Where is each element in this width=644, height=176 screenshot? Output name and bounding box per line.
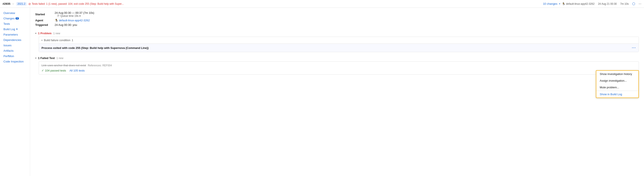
status-error: ⊘ Tests failed: 1 (1 new), passed: 104; … xyxy=(28,2,541,6)
sidebar-label-changes: Changes xyxy=(4,17,14,20)
passed-count: 104 passed tests xyxy=(45,69,66,72)
download-icon[interactable]: ⬇ xyxy=(16,28,18,31)
problems-badge-new: 1 new xyxy=(53,32,60,35)
agent-link[interactable]: default-linux-app42-3262 xyxy=(59,19,90,22)
layers-icon[interactable]: ⬡ xyxy=(632,2,635,6)
failed-test-container: Link uses anchor that does not exist Ref… xyxy=(39,61,639,74)
failed-test-item: Link uses anchor that does not exist Ref… xyxy=(42,64,636,67)
agent-name: default-linux-app42-3262 xyxy=(566,2,594,5)
started-value: 24 Aug 00:30 — 00:37 (7m 10s) ⏱ Queue ti… xyxy=(54,11,94,18)
subsection-count: 1 xyxy=(72,39,73,42)
sidebar-label-code-inspection: Code Inspection xyxy=(4,60,24,63)
failed-test-name[interactable]: Link uses anchor that does not exist xyxy=(42,64,86,67)
build-timestamp: 24 Aug 21 00:30 xyxy=(598,2,617,5)
status-text: Tests failed: 1 (1 new), passed: 104; ex… xyxy=(32,2,124,5)
started-label: Started xyxy=(35,13,54,16)
sidebar: Overview Changes 8 Tests Build Log ⬇ Par… xyxy=(0,8,30,176)
sidebar-item-dependencies[interactable]: Dependencies xyxy=(0,37,30,43)
problem-more-button[interactable]: ··· xyxy=(632,46,636,50)
all-tests-link[interactable]: All 105 tests xyxy=(70,69,85,72)
passed-tests: ✓ 104 passed tests xyxy=(42,69,66,72)
problems-section-header[interactable]: ▾ 1 Problem 1 new xyxy=(35,32,639,35)
sidebar-item-parameters[interactable]: Parameters xyxy=(0,32,30,37)
top-bar: #2935 ☆ 2021.2 ⊘ Tests failed: 1 (1 new)… xyxy=(0,0,644,8)
queue-time: Queue time 19s xyxy=(60,15,79,18)
context-menu-item-mute-problem[interactable]: Mute problem... xyxy=(596,84,638,91)
build-info: Started 24 Aug 00:30 — 00:37 (7m 10s) ⏱ … xyxy=(35,11,639,27)
assign-investigation-label: Assign investigation... xyxy=(600,79,627,82)
subsection-collapse-icon[interactable]: ▾ xyxy=(42,39,42,41)
build-number: 2021.2 xyxy=(16,2,27,6)
problems-section: ▾ 1 Problem 1 new ▾ Build failure condit… xyxy=(35,32,639,52)
agent-info: 🐧 default-linux-app42-3262 xyxy=(562,2,594,5)
sidebar-item-tests[interactable]: Tests xyxy=(0,21,30,27)
error-icon: ⊘ xyxy=(28,2,31,6)
sidebar-label-parameters: Parameters xyxy=(4,33,18,36)
queue-info: ⏱ Queue time 19s ▾ xyxy=(54,15,94,18)
main-layout: Overview Changes 8 Tests Build Log ⬇ Par… xyxy=(0,8,644,176)
subsection-title: Build failure condition xyxy=(44,39,70,42)
sidebar-item-build-log[interactable]: Build Log ⬇ xyxy=(0,27,30,32)
sidebar-label-build-log: Build Log xyxy=(4,28,15,31)
sidebar-item-issues[interactable]: Issues xyxy=(0,43,30,48)
context-menu: Show investigation history Assign invest… xyxy=(596,70,639,98)
sidebar-label-dependencies: Dependencies xyxy=(4,38,21,42)
test-stats: ✓ 104 passed tests All 105 tests xyxy=(42,69,636,72)
triggered-row: Triggered 24 Aug 00:30: you xyxy=(35,23,639,27)
started-time: 24 Aug 00:30 — 00:37 (7m 10s) xyxy=(54,11,94,15)
context-menu-item-investigation-history[interactable]: Show investigation history xyxy=(596,71,638,77)
chevron-down-icon[interactable]: ▾ xyxy=(559,3,560,5)
problem-item: Process exited with code 255 (Step: Buil… xyxy=(39,44,639,52)
main-content: Started 24 Aug 00:30 — 00:37 (7m 10s) ⏱ … xyxy=(30,8,644,176)
triggered-value: 24 Aug 00:30: you xyxy=(54,23,77,27)
triggered-label: Triggered xyxy=(35,23,54,27)
changes-badge: 8 xyxy=(16,17,19,20)
sidebar-label-issues: Issues xyxy=(4,44,12,47)
failed-tests-section-header[interactable]: ▾ 1 Failed Test 1 new xyxy=(35,56,639,60)
investigation-history-label: Show investigation history xyxy=(600,72,632,76)
build-duration: 7m 10s xyxy=(620,2,628,5)
show-in-build-log-button[interactable]: Show in Build Log xyxy=(596,91,638,98)
changes-link[interactable]: 10 changes xyxy=(543,2,557,5)
problem-container: ▾ Build failure condition 1 Process exit… xyxy=(39,37,639,52)
agent-icon: 🐧 xyxy=(562,2,565,5)
failed-tests-section: ▾ 1 Failed Test 1 new Link uses anchor t… xyxy=(35,56,639,74)
sidebar-item-artifacts[interactable]: Artifacts xyxy=(0,48,30,53)
failed-tests-badge-new: 1 new xyxy=(56,57,64,60)
sidebar-item-perfmon[interactable]: PerfMon xyxy=(0,53,30,59)
checkmark-icon: ✓ xyxy=(42,69,44,72)
failed-test-ref: References: REF004 xyxy=(88,64,112,67)
problems-title: 1 Problem xyxy=(38,32,52,35)
problem-subsection-header[interactable]: ▾ Build failure condition 1 xyxy=(39,37,639,44)
sidebar-item-overview[interactable]: Overview xyxy=(0,10,30,16)
clock-icon: ⏱ xyxy=(57,15,60,18)
agent-penguin-icon: 🐧 xyxy=(54,19,58,22)
problem-text: Process exited with code 255 (Step: Buil… xyxy=(42,46,148,50)
agent-row: Agent 🐧 default-linux-app42-3262 xyxy=(35,19,639,22)
star-icon[interactable]: ☆ xyxy=(12,2,14,5)
failed-tests-title: 1 Failed Test xyxy=(38,56,55,60)
build-id: #2935 xyxy=(2,2,10,5)
agent-value: 🐧 default-linux-app42-3262 xyxy=(54,19,90,22)
sidebar-label-perfmon: PerfMon xyxy=(4,54,14,58)
sidebar-item-code-inspection[interactable]: Code Inspection xyxy=(0,59,30,64)
failed-tests-collapse-icon[interactable]: ▾ xyxy=(35,57,36,59)
sidebar-item-changes[interactable]: Changes 8 xyxy=(0,16,30,21)
more-options-icon[interactable]: ··· xyxy=(639,2,642,6)
queue-caret: ▾ xyxy=(79,15,80,18)
sidebar-label-tests: Tests xyxy=(4,22,10,25)
top-bar-right: 🐧 default-linux-app42-3262 24 Aug 21 00:… xyxy=(562,2,642,6)
context-menu-item-assign-investigation[interactable]: Assign investigation... xyxy=(596,77,638,84)
problems-collapse-icon[interactable]: ▾ xyxy=(35,32,36,34)
mute-problem-label: Mute problem... xyxy=(600,86,619,89)
sidebar-label-artifacts: Artifacts xyxy=(4,49,14,52)
sidebar-label-overview: Overview xyxy=(4,12,15,15)
started-row: Started 24 Aug 00:30 — 00:37 (7m 10s) ⏱ … xyxy=(35,11,639,18)
agent-label: Agent xyxy=(35,19,54,22)
